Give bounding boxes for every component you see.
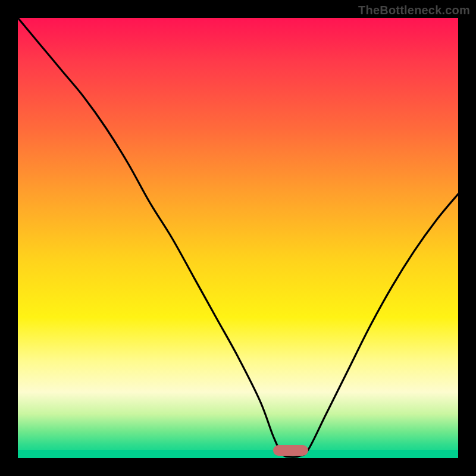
plot-area	[18, 18, 458, 458]
bottleneck-curve	[18, 18, 458, 458]
optimal-marker	[273, 445, 308, 456]
chart-frame: TheBottleneck.com	[0, 0, 476, 476]
curve-path	[18, 18, 458, 457]
watermark-text: TheBottleneck.com	[358, 4, 470, 17]
